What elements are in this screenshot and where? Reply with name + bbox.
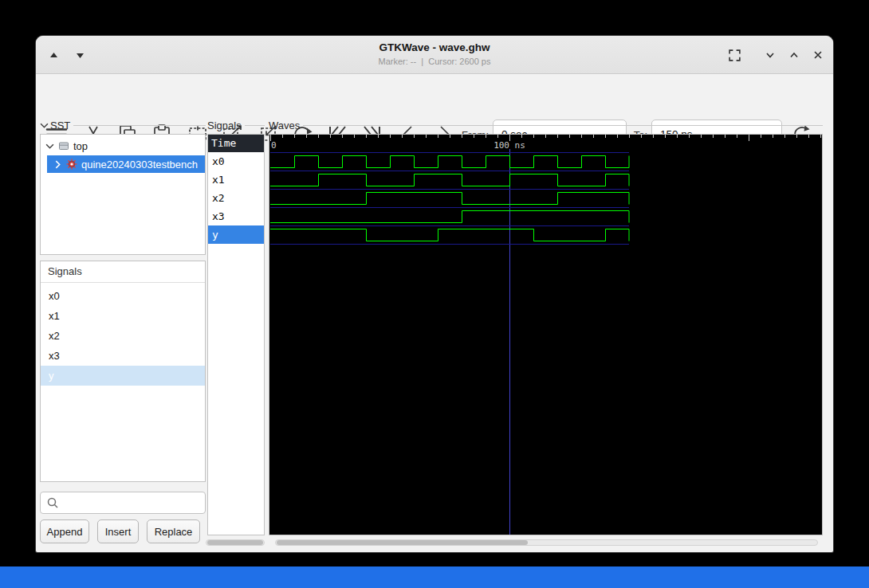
replace-button[interactable]: Replace	[147, 519, 200, 543]
window-title: GTKWave - wave.ghw	[36, 41, 833, 53]
marker-cursor-status: Marker: -- | Cursor: 2600 ps	[36, 57, 833, 66]
wave-signals-label: Signals	[207, 120, 242, 131]
waves-frame-header: Waves	[269, 119, 823, 131]
close-icon[interactable]	[807, 44, 829, 66]
titlebar: GTKWave - wave.ghw Marker: -- | Cursor: …	[36, 36, 833, 74]
expander-right-icon[interactable]	[53, 160, 62, 169]
names-hscrollbar-thumb[interactable]	[207, 540, 263, 545]
signal-item-y[interactable]: y	[41, 366, 205, 386]
wave-row-label-x2[interactable]: x2	[208, 189, 264, 207]
gtkwave-window: GTKWave - wave.ghw Marker: -- | Cursor: …	[36, 36, 833, 552]
insert-button[interactable]: Insert	[97, 519, 139, 543]
wave-row-label-y[interactable]: y	[208, 225, 264, 244]
signals-source-panel: Signals x0 x1 x2 x3 y	[40, 261, 206, 482]
wave-signal-names: Time x0 x1 x2 x3 y	[207, 134, 265, 535]
svg-text:0: 0	[271, 140, 277, 151]
minimize-icon[interactable]	[759, 44, 781, 66]
taskbar	[0, 566, 869, 588]
signal-item-x3[interactable]: x3	[41, 346, 205, 366]
wave-row-label-x0[interactable]: x0	[208, 152, 264, 171]
toolbar: From: To:	[36, 74, 833, 119]
time-header[interactable]: Time	[208, 135, 264, 152]
wave-canvas[interactable]: 0100 ns	[269, 135, 822, 535]
fit-window-icon[interactable]	[723, 44, 745, 66]
append-button[interactable]: Append	[40, 519, 89, 543]
sst-tree: top quine20240303testbench	[40, 134, 206, 255]
sst-label: SST	[50, 120, 70, 131]
waves-label: Waves	[269, 120, 300, 131]
tree-item-top[interactable]: top	[41, 136, 205, 155]
tree-item-label: top	[73, 140, 88, 152]
search-icon	[46, 496, 59, 509]
wave-signals-frame-header: Signals	[207, 119, 265, 131]
signal-item-x1[interactable]: x1	[41, 306, 205, 326]
signals-panel-header: Signals	[41, 261, 205, 283]
tree-item-testbench[interactable]: quine20240303testbench	[47, 155, 205, 173]
signal-item-x0[interactable]: x0	[41, 286, 205, 306]
expander-down-icon[interactable]	[45, 142, 54, 151]
wave-row-label-x1[interactable]: x1	[208, 171, 264, 189]
wave-row-label-x3[interactable]: x3	[208, 207, 264, 225]
maximize-icon[interactable]	[783, 44, 805, 66]
sst-collapse-icon[interactable]	[40, 121, 49, 130]
search-input[interactable]	[63, 492, 205, 513]
waves-hscrollbar-thumb[interactable]	[277, 540, 528, 545]
signal-item-x2[interactable]: x2	[41, 326, 205, 346]
names-hscrollbar[interactable]	[206, 539, 265, 546]
hierarchy-stack-icon	[58, 140, 69, 151]
module-gear-icon	[66, 159, 77, 170]
wave-panel: 0100 ns	[269, 134, 823, 535]
desktop: GTKWave - wave.ghw Marker: -- | Cursor: …	[0, 0, 869, 588]
waves-hscrollbar[interactable]	[275, 539, 818, 546]
signal-search	[40, 492, 206, 514]
tree-item-label: quine20240303testbench	[81, 159, 198, 171]
sst-frame-header: SST	[40, 119, 206, 131]
